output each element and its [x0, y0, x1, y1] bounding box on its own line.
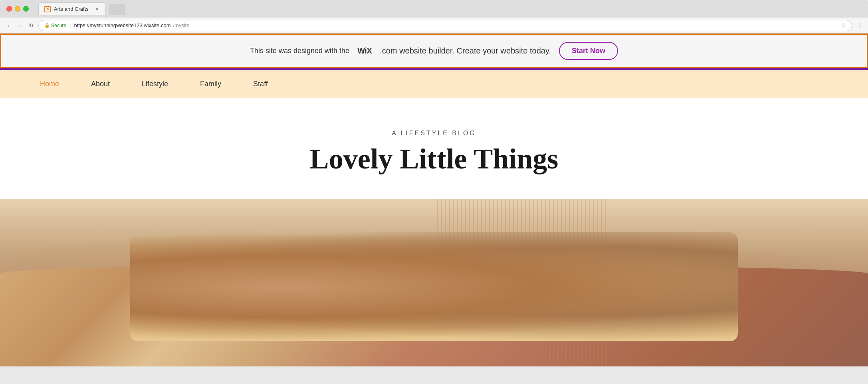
- hero-image: [0, 199, 868, 366]
- inactive-tab[interactable]: [109, 4, 125, 15]
- refresh-button[interactable]: ↻: [27, 22, 35, 30]
- nav-lifestyle[interactable]: Lifestyle: [126, 70, 184, 98]
- back-button[interactable]: ‹: [5, 22, 13, 30]
- wix-logo: WiX: [357, 46, 372, 55]
- blog-subtitle: A LIFESTYLE BLOG: [16, 130, 852, 137]
- lock-icon: 🔒: [44, 23, 50, 28]
- nav-family[interactable]: Family: [184, 70, 237, 98]
- banner-text-after: .com website builder. Create your websit…: [380, 46, 551, 55]
- bookmark-icon[interactable]: ☆: [840, 22, 846, 29]
- url-separator: |: [69, 22, 71, 28]
- minimize-button[interactable]: [15, 6, 20, 12]
- start-now-button[interactable]: Start Now: [559, 42, 618, 60]
- nav-home[interactable]: Home: [24, 70, 75, 98]
- site-navigation: Home About Lifestyle Family Staff: [0, 70, 868, 98]
- forward-button[interactable]: ›: [16, 22, 24, 30]
- active-tab[interactable]: ✕ Arts and Crafts ✕: [38, 2, 106, 15]
- secure-badge: 🔒 Secure: [44, 23, 66, 28]
- browser-menu-icon[interactable]: ⋮: [857, 22, 863, 29]
- tab-favicon-icon: ✕: [44, 6, 51, 12]
- secure-label: Secure: [51, 23, 66, 28]
- background-stripes: [434, 199, 608, 366]
- url-path: /mysite: [173, 22, 189, 28]
- nav-about[interactable]: About: [75, 70, 126, 98]
- banner-text-before: This site was designed with the: [250, 47, 349, 55]
- close-button[interactable]: [6, 6, 12, 12]
- wix-promo-banner: This site was designed with the WiX .com…: [0, 34, 868, 68]
- tab-bar: ✕ Arts and Crafts ✕: [38, 2, 125, 15]
- tab-close-button[interactable]: ✕: [94, 6, 100, 12]
- traffic-lights: [6, 6, 29, 12]
- browser-window: ✕ Arts and Crafts ✕ ‹ › ↻ 🔒 Secure | htt…: [0, 0, 868, 366]
- hero-background: [0, 199, 868, 366]
- website-content: Home About Lifestyle Family Staff A LIFE…: [0, 70, 868, 366]
- address-bar-row: ‹ › ↻ 🔒 Secure | https://mystunningwebsi…: [0, 18, 868, 34]
- hero-section: A LIFESTYLE BLOG Lovely Little Things: [0, 98, 868, 199]
- title-bar: ✕ Arts and Crafts ✕: [0, 0, 868, 18]
- nav-staff[interactable]: Staff: [237, 70, 284, 98]
- address-bar[interactable]: 🔒 Secure | https://mystunningwebsite123.…: [38, 20, 852, 31]
- url-base: https://mystunningwebsite123.wixsite.com: [74, 22, 170, 28]
- maximize-button[interactable]: [23, 6, 29, 12]
- blog-title: Lovely Little Things: [16, 143, 852, 175]
- tab-title: Arts and Crafts: [54, 6, 89, 12]
